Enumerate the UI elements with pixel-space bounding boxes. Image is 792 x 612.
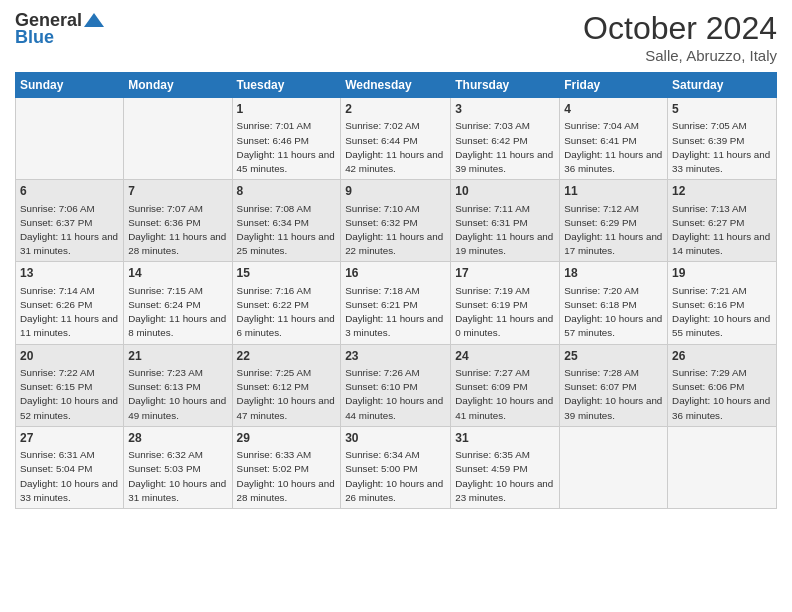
cell-detail: Sunset: 6:26 PM (20, 298, 119, 312)
cell-detail: Sunset: 6:42 PM (455, 134, 555, 148)
cell-detail: Daylight: 10 hours and 23 minutes. (455, 477, 555, 505)
cell-detail: Sunrise: 7:03 AM (455, 119, 555, 133)
cell-detail: Sunset: 6:39 PM (672, 134, 772, 148)
calendar-cell: 27Sunrise: 6:31 AMSunset: 5:04 PMDayligh… (16, 426, 124, 508)
day-number: 1 (237, 101, 337, 118)
cell-detail: Daylight: 10 hours and 28 minutes. (237, 477, 337, 505)
calendar-week-1: 6Sunrise: 7:06 AMSunset: 6:37 PMDaylight… (16, 180, 777, 262)
cell-detail: Sunset: 5:04 PM (20, 462, 119, 476)
cell-detail: Daylight: 11 hours and 3 minutes. (345, 312, 446, 340)
calendar-cell: 26Sunrise: 7:29 AMSunset: 6:06 PMDayligh… (668, 344, 777, 426)
cell-detail: Daylight: 10 hours and 26 minutes. (345, 477, 446, 505)
day-number: 5 (672, 101, 772, 118)
cell-detail: Sunset: 6:22 PM (237, 298, 337, 312)
calendar-cell: 28Sunrise: 6:32 AMSunset: 5:03 PMDayligh… (124, 426, 232, 508)
calendar-cell: 18Sunrise: 7:20 AMSunset: 6:18 PMDayligh… (560, 262, 668, 344)
cell-detail: Sunrise: 7:29 AM (672, 366, 772, 380)
cell-detail: Daylight: 11 hours and 6 minutes. (237, 312, 337, 340)
calendar-cell: 29Sunrise: 6:33 AMSunset: 5:02 PMDayligh… (232, 426, 341, 508)
calendar-cell: 13Sunrise: 7:14 AMSunset: 6:26 PMDayligh… (16, 262, 124, 344)
calendar-cell: 14Sunrise: 7:15 AMSunset: 6:24 PMDayligh… (124, 262, 232, 344)
calendar-cell: 2Sunrise: 7:02 AMSunset: 6:44 PMDaylight… (341, 98, 451, 180)
cell-detail: Sunrise: 7:10 AM (345, 202, 446, 216)
cell-detail: Sunset: 6:10 PM (345, 380, 446, 394)
cell-detail: Daylight: 10 hours and 31 minutes. (128, 477, 227, 505)
cell-detail: Sunrise: 7:05 AM (672, 119, 772, 133)
calendar-cell (560, 426, 668, 508)
calendar-cell: 30Sunrise: 6:34 AMSunset: 5:00 PMDayligh… (341, 426, 451, 508)
cell-detail: Sunrise: 7:11 AM (455, 202, 555, 216)
cell-detail: Daylight: 11 hours and 42 minutes. (345, 148, 446, 176)
calendar-week-4: 27Sunrise: 6:31 AMSunset: 5:04 PMDayligh… (16, 426, 777, 508)
cell-detail: Daylight: 11 hours and 22 minutes. (345, 230, 446, 258)
cell-detail: Sunrise: 6:33 AM (237, 448, 337, 462)
calendar-cell: 9Sunrise: 7:10 AMSunset: 6:32 PMDaylight… (341, 180, 451, 262)
calendar-cell: 1Sunrise: 7:01 AMSunset: 6:46 PMDaylight… (232, 98, 341, 180)
cell-detail: Sunset: 6:15 PM (20, 380, 119, 394)
cell-detail: Sunset: 6:06 PM (672, 380, 772, 394)
col-wednesday: Wednesday (341, 73, 451, 98)
col-sunday: Sunday (16, 73, 124, 98)
day-number: 15 (237, 265, 337, 282)
day-number: 23 (345, 348, 446, 365)
calendar-table: Sunday Monday Tuesday Wednesday Thursday… (15, 72, 777, 509)
calendar-cell: 6Sunrise: 7:06 AMSunset: 6:37 PMDaylight… (16, 180, 124, 262)
calendar-cell: 20Sunrise: 7:22 AMSunset: 6:15 PMDayligh… (16, 344, 124, 426)
cell-detail: Sunset: 6:37 PM (20, 216, 119, 230)
cell-detail: Sunrise: 7:23 AM (128, 366, 227, 380)
cell-detail: Sunrise: 7:28 AM (564, 366, 663, 380)
calendar-cell (16, 98, 124, 180)
day-number: 30 (345, 430, 446, 447)
cell-detail: Sunrise: 7:04 AM (564, 119, 663, 133)
cell-detail: Sunset: 6:34 PM (237, 216, 337, 230)
day-number: 24 (455, 348, 555, 365)
cell-detail: Sunset: 6:36 PM (128, 216, 227, 230)
calendar-cell: 4Sunrise: 7:04 AMSunset: 6:41 PMDaylight… (560, 98, 668, 180)
cell-detail: Sunrise: 6:34 AM (345, 448, 446, 462)
cell-detail: Daylight: 11 hours and 45 minutes. (237, 148, 337, 176)
cell-detail: Sunrise: 7:14 AM (20, 284, 119, 298)
day-number: 18 (564, 265, 663, 282)
calendar-cell: 24Sunrise: 7:27 AMSunset: 6:09 PMDayligh… (451, 344, 560, 426)
header-row: Sunday Monday Tuesday Wednesday Thursday… (16, 73, 777, 98)
day-number: 31 (455, 430, 555, 447)
month-title: October 2024 (583, 10, 777, 47)
cell-detail: Sunrise: 7:18 AM (345, 284, 446, 298)
cell-detail: Sunset: 6:44 PM (345, 134, 446, 148)
cell-detail: Daylight: 10 hours and 55 minutes. (672, 312, 772, 340)
day-number: 26 (672, 348, 772, 365)
day-number: 12 (672, 183, 772, 200)
cell-detail: Sunset: 6:18 PM (564, 298, 663, 312)
cell-detail: Sunset: 6:46 PM (237, 134, 337, 148)
cell-detail: Sunrise: 7:19 AM (455, 284, 555, 298)
cell-detail: Sunset: 6:07 PM (564, 380, 663, 394)
calendar-cell: 15Sunrise: 7:16 AMSunset: 6:22 PMDayligh… (232, 262, 341, 344)
calendar-cell: 7Sunrise: 7:07 AMSunset: 6:36 PMDaylight… (124, 180, 232, 262)
calendar-cell (124, 98, 232, 180)
calendar-cell: 5Sunrise: 7:05 AMSunset: 6:39 PMDaylight… (668, 98, 777, 180)
cell-detail: Daylight: 10 hours and 44 minutes. (345, 394, 446, 422)
cell-detail: Sunrise: 7:20 AM (564, 284, 663, 298)
calendar-cell: 19Sunrise: 7:21 AMSunset: 6:16 PMDayligh… (668, 262, 777, 344)
calendar-cell: 21Sunrise: 7:23 AMSunset: 6:13 PMDayligh… (124, 344, 232, 426)
cell-detail: Daylight: 10 hours and 57 minutes. (564, 312, 663, 340)
cell-detail: Daylight: 11 hours and 25 minutes. (237, 230, 337, 258)
cell-detail: Sunrise: 7:08 AM (237, 202, 337, 216)
day-number: 13 (20, 265, 119, 282)
cell-detail: Sunset: 6:09 PM (455, 380, 555, 394)
day-number: 27 (20, 430, 119, 447)
day-number: 11 (564, 183, 663, 200)
cell-detail: Daylight: 11 hours and 14 minutes. (672, 230, 772, 258)
cell-detail: Sunset: 6:31 PM (455, 216, 555, 230)
day-number: 29 (237, 430, 337, 447)
cell-detail: Sunset: 6:13 PM (128, 380, 227, 394)
cell-detail: Sunrise: 7:25 AM (237, 366, 337, 380)
calendar-week-0: 1Sunrise: 7:01 AMSunset: 6:46 PMDaylight… (16, 98, 777, 180)
cell-detail: Daylight: 11 hours and 19 minutes. (455, 230, 555, 258)
cell-detail: Daylight: 11 hours and 36 minutes. (564, 148, 663, 176)
cell-detail: Sunrise: 7:07 AM (128, 202, 227, 216)
cell-detail: Sunrise: 7:15 AM (128, 284, 227, 298)
day-number: 20 (20, 348, 119, 365)
cell-detail: Sunrise: 7:16 AM (237, 284, 337, 298)
day-number: 4 (564, 101, 663, 118)
